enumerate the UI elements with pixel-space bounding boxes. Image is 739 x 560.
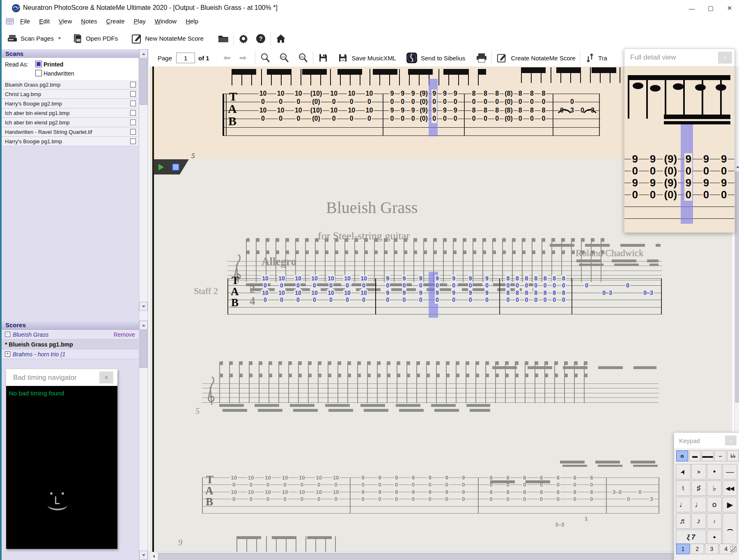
tab-column[interactable]: 8080	[540, 275, 550, 304]
keypad-tool-button[interactable]: o	[676, 450, 688, 461]
menu-item[interactable]: Help	[181, 16, 202, 26]
keypad-button[interactable]: ♩	[691, 497, 706, 512]
menu-item[interactable]: Notes	[77, 16, 101, 26]
tab-column[interactable]: 100100	[323, 275, 339, 304]
detail-view-body[interactable]: 90909090(9)(0)(9)(0)909090909090	[624, 66, 734, 232]
scroll-up-button[interactable]	[734, 163, 739, 170]
menu-item[interactable]: Edit	[35, 16, 54, 26]
menu-item[interactable]: File	[16, 16, 34, 26]
scroll-left-button[interactable]	[150, 552, 157, 560]
tab-number-below[interactable]: 1	[585, 516, 588, 522]
tab-column[interactable]: 100100	[290, 275, 306, 304]
send-to-sibelius-label[interactable]: Send to Sibelius	[421, 55, 465, 62]
tab-column[interactable]: 8080	[503, 275, 513, 304]
scan-file-row[interactable]: Handwritten - Ravel String Quartet.tif	[2, 127, 138, 137]
document-icon[interactable]	[6, 18, 14, 25]
tab-column[interactable]: 9090	[445, 275, 462, 304]
scan-file-row[interactable]: Ich aber bin elend pg1.bmp	[2, 108, 138, 118]
keypad-title-bar[interactable]: Keypad ×	[674, 433, 739, 448]
tab-measure[interactable]: 3–0003	[611, 474, 657, 503]
stop-icon[interactable]	[172, 163, 179, 171]
zoom-200-icon[interactable]: 200	[297, 52, 309, 64]
zoom-100-icon[interactable]: 100	[278, 52, 290, 64]
menu-item[interactable]: Play	[130, 16, 150, 26]
scan-file-checkbox[interactable]	[130, 129, 136, 135]
tree-collapse-icon[interactable]: −	[5, 332, 10, 337]
close-button[interactable]: ✕	[720, 0, 739, 16]
tab-measure[interactable]: 8080808080808080808080808080	[503, 275, 568, 304]
tab-column[interactable]: 9090	[422, 474, 438, 503]
tab-column[interactable]: 0–3	[638, 275, 659, 304]
tab-column[interactable]: 8080	[483, 474, 500, 503]
keypad-button[interactable]: •	[707, 530, 722, 545]
sibelius-icon[interactable]	[406, 52, 418, 64]
settings-button[interactable]	[238, 28, 249, 49]
tab-measure[interactable]: 1001001001001001001001001001001001001001…	[225, 474, 344, 503]
tab-column[interactable]: 8080	[567, 474, 583, 503]
tab-column[interactable]: 100100	[257, 275, 273, 304]
keypad-button[interactable]: ♯	[691, 480, 706, 496]
keypad-button[interactable]: ➤	[676, 464, 691, 480]
bad-timing-title-bar[interactable]: Bad timing navigator ×	[6, 369, 117, 386]
scrollbar-thumb[interactable]	[140, 59, 147, 105]
menu-item[interactable]: View	[55, 16, 76, 26]
tab-column[interactable]: 8080	[516, 474, 533, 503]
floppy-icon[interactable]	[317, 52, 329, 64]
scans-scrollbar[interactable]	[139, 49, 148, 320]
tab-column[interactable]: 9090	[438, 474, 455, 503]
detail-view-title-bar[interactable]: Full detail view ×	[624, 49, 734, 66]
keypad-tool-button[interactable]: ⌢	[714, 450, 726, 461]
tab-column[interactable]: 0–3	[597, 275, 617, 304]
scan-file-checkbox[interactable]	[130, 91, 136, 97]
tab-column[interactable]: 9090	[479, 275, 495, 304]
tab-column[interactable]: 100100	[356, 275, 372, 304]
scrollbar-thumb[interactable]	[140, 330, 147, 368]
home-button[interactable]	[275, 28, 287, 49]
score-tree-item[interactable]: + Brahms - horn trio (1	[2, 349, 138, 359]
scan-file-row[interactable]: Christ Lag.bmp	[2, 90, 138, 99]
scan-file-row[interactable]: Blueish Grass pg2.bmp	[2, 80, 138, 90]
scores-scrollbar[interactable]	[139, 321, 148, 560]
keypad-button[interactable]: ξ 7	[676, 530, 706, 545]
scrollbar-thumb[interactable]	[158, 553, 701, 560]
tab-column[interactable]: 0	[623, 474, 634, 503]
tab-measure[interactable]: 8080808080808080808080808080	[483, 474, 600, 503]
tab-column[interactable]: 0	[576, 275, 597, 304]
tab-column[interactable]: 100100	[225, 474, 242, 503]
score-title[interactable]: Blueish Grass	[326, 198, 418, 217]
close-icon[interactable]: ×	[725, 436, 737, 445]
tab-column[interactable]: 9090	[355, 474, 372, 503]
maximize-button[interactable]: ▢	[701, 0, 720, 16]
resize-grip[interactable]	[730, 546, 737, 552]
keypad-button[interactable]: ⌢	[723, 513, 737, 544]
printed-checkbox[interactable]	[35, 61, 42, 67]
scan-file-row[interactable]: Ich aber bin elend pg2.bmp	[2, 118, 138, 127]
tab-column[interactable]: 0	[617, 275, 638, 304]
new-notateme-button[interactable]: New NotateMe Score	[131, 28, 206, 49]
transpose-icon[interactable]	[584, 52, 596, 64]
create-notateme-label[interactable]: Create NotateMe Score	[511, 55, 576, 62]
scan-file-checkbox[interactable]	[130, 82, 136, 87]
keypad-tool-button[interactable]: ▬	[689, 450, 701, 461]
tab-column[interactable]: 9090	[388, 474, 405, 503]
keypad-tool-button[interactable]: ♭♭	[727, 450, 739, 461]
tab-column[interactable]: 8080	[500, 474, 516, 503]
tab-measure[interactable]: 9090909090909090909090909090	[355, 474, 472, 503]
tab-column[interactable]: 9090	[379, 275, 396, 304]
scroll-down-button[interactable]	[139, 551, 148, 560]
printer-icon[interactable]	[476, 52, 487, 64]
play-icon[interactable]	[158, 164, 164, 170]
tab-column[interactable]: 8080	[583, 474, 600, 503]
tab-column[interactable]: 9090	[455, 474, 472, 503]
tab-number-below[interactable]: 3–3	[555, 521, 565, 528]
tab-column[interactable]: 100100	[328, 474, 344, 503]
keypad-button[interactable]: ♪	[707, 513, 722, 529]
keypad-button[interactable]: ♬	[676, 513, 691, 529]
score-page-item-selected[interactable]: * Blueish Grass pg1.bmp	[2, 340, 138, 349]
tab-column[interactable]: 8080	[522, 275, 531, 304]
tab-column[interactable]: 9090	[429, 275, 445, 304]
keypad-button[interactable]: •	[707, 464, 722, 480]
scan-pages-button[interactable]: Scan Pages	[7, 28, 63, 49]
tab-measure[interactable]: 1001001001001001001001001001001001001001…	[257, 275, 372, 304]
open-folder-button[interactable]	[218, 28, 229, 49]
